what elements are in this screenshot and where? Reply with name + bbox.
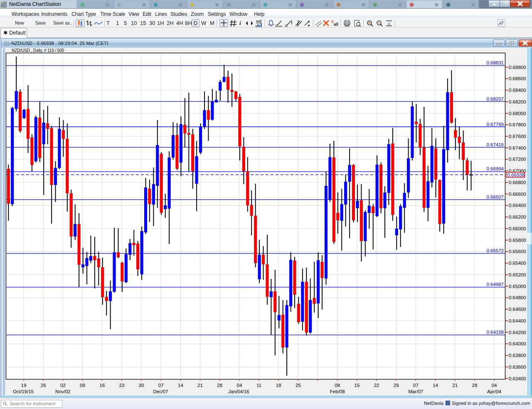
svg-text:0.66938: 0.66938 [507,172,525,177]
svg-text:0.66600: 0.66600 [509,192,526,197]
svg-text:0.64800: 0.64800 [509,295,526,300]
svg-text:29: 29 [394,383,399,388]
svg-text:0.68831: 0.68831 [486,60,504,65]
svg-text:0.66000: 0.66000 [509,226,526,231]
svg-text:0.66507: 0.66507 [486,195,504,200]
svg-text:0.68800: 0.68800 [509,65,526,70]
svg-text:0.65200: 0.65200 [509,272,526,277]
svg-text:0.68207: 0.68207 [486,96,504,101]
svg-text:02: 02 [60,383,66,388]
svg-text:0.66994: 0.66994 [486,166,504,171]
svg-text:0.67415: 0.67415 [486,142,504,147]
svg-text:04: 04 [492,383,497,388]
svg-text:0.66400: 0.66400 [509,203,526,208]
svg-text:11: 11 [256,383,261,388]
svg-text:15: 15 [355,383,360,388]
svg-text:07: 07 [158,383,164,388]
svg-text:19: 19 [21,383,27,388]
svg-text:0.66200: 0.66200 [509,214,526,219]
svg-text:Nov/02: Nov/02 [55,389,70,394]
svg-text:14: 14 [178,383,183,388]
svg-text:14: 14 [433,383,438,388]
svg-text:Feb/08: Feb/08 [330,389,345,394]
svg-text:30: 30 [139,383,144,388]
svg-text:23: 23 [119,383,125,388]
svg-text:0.65600: 0.65600 [509,249,526,254]
svg-text:0.67800: 0.67800 [509,122,526,127]
svg-text:07: 07 [413,383,419,388]
svg-text:Apr/04: Apr/04 [487,389,501,394]
svg-text:0.68600: 0.68600 [509,76,526,81]
svg-text:Jan/04/16: Jan/04/16 [228,389,249,394]
svg-text:26: 26 [41,383,46,388]
svg-text:0.63800: 0.63800 [509,353,526,358]
svg-text:0.64000: 0.64000 [509,341,526,346]
svg-text:Oct/19/15: Oct/19/15 [13,389,34,394]
svg-text:0.68200: 0.68200 [509,99,526,104]
svg-text:0.65000: 0.65000 [509,284,526,289]
svg-text:0.64400: 0.64400 [509,318,526,323]
svg-text:0.66800: 0.66800 [509,180,526,185]
svg-text:0.65400: 0.65400 [509,261,526,266]
svg-text:21: 21 [197,383,203,388]
svg-text:09: 09 [80,383,85,388]
svg-text:25: 25 [296,383,301,388]
svg-text:0.64200: 0.64200 [509,330,526,335]
svg-text:16: 16 [99,383,105,388]
svg-text:22: 22 [374,383,379,388]
svg-text:08: 08 [335,383,340,388]
svg-text:04: 04 [237,383,242,388]
svg-text:18: 18 [276,383,281,388]
svg-text:0.67400: 0.67400 [509,145,526,150]
svg-text:0.67600: 0.67600 [509,134,526,139]
svg-text:0.68000: 0.68000 [509,111,526,116]
svg-text:0.64987: 0.64987 [486,282,504,287]
svg-text:0.63600: 0.63600 [509,365,526,370]
svg-text:Dec/07: Dec/07 [153,389,168,394]
svg-text:0.65572: 0.65572 [486,248,504,253]
svg-text:21: 21 [452,383,458,388]
svg-text:Mar/07: Mar/07 [408,389,423,394]
svg-text:28: 28 [217,383,222,388]
svg-text:28: 28 [472,383,478,388]
svg-text:0.67769: 0.67769 [486,122,504,127]
svg-text:0.64600: 0.64600 [509,307,526,312]
svg-text:0.67200: 0.67200 [509,157,526,162]
svg-text:0.64158: 0.64158 [486,330,504,335]
svg-text:0.68400: 0.68400 [509,88,526,93]
svg-text:0.63400: 0.63400 [509,376,526,381]
svg-text:0.65800: 0.65800 [509,238,526,243]
